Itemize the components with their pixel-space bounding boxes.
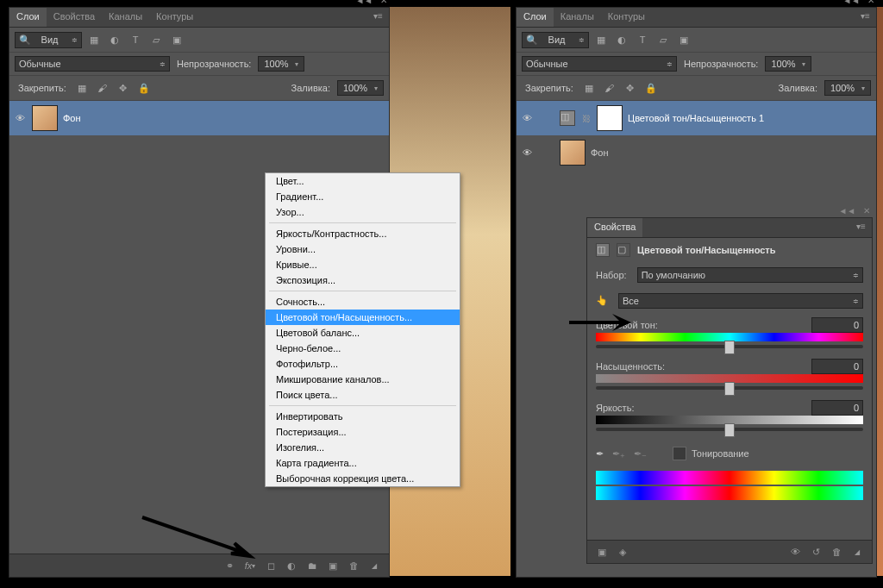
saturation-value-input[interactable]: 0 bbox=[811, 359, 863, 374]
lock-position-icon[interactable]: ✥ bbox=[115, 79, 132, 97]
layer-filter-dropdown[interactable]: 🔍Вид≑ bbox=[522, 32, 589, 48]
menu-item[interactable]: Инвертировать bbox=[266, 409, 460, 424]
menu-item[interactable]: Поиск цвета... bbox=[266, 387, 460, 403]
menu-item[interactable]: Экспозиция... bbox=[266, 272, 460, 288]
opacity-input[interactable]: 100%▾ bbox=[765, 56, 811, 72]
layer-row[interactable]: 👁 Фон bbox=[517, 135, 876, 170]
lock-all-icon[interactable]: 🔒 bbox=[642, 79, 660, 97]
eyedropper-plus-icon[interactable]: ✒₊ bbox=[612, 448, 625, 460]
tab-properties[interactable]: Свойства bbox=[587, 218, 642, 237]
panel-menu-icon[interactable]: ▾≡ bbox=[860, 10, 871, 22]
lock-pixels-icon[interactable]: 🖌 bbox=[94, 79, 111, 97]
menu-item-hue-saturation[interactable]: Цветовой тон/Насыщенность... bbox=[266, 310, 460, 325]
new-layer-icon[interactable]: ▣ bbox=[323, 556, 342, 575]
adjustment-thumb-icon: ◫ bbox=[560, 110, 575, 126]
layer-thumbnail[interactable] bbox=[560, 140, 586, 166]
filter-adjustment-icon[interactable]: ◐ bbox=[613, 31, 630, 48]
visibility-icon[interactable]: 👁 bbox=[520, 146, 534, 160]
menu-item[interactable]: Цветовой баланс... bbox=[266, 325, 460, 341]
filter-type-icon[interactable]: T bbox=[634, 31, 651, 48]
lock-pixels-icon[interactable]: 🖌 bbox=[601, 79, 618, 97]
menu-item[interactable]: Черно-белое... bbox=[266, 341, 460, 356]
tab-bar: Слои Свойства Каналы Контуры ▾≡ bbox=[9, 8, 389, 28]
channel-dropdown[interactable]: Все≑ bbox=[618, 293, 863, 309]
fill-input[interactable]: 100%▾ bbox=[337, 80, 384, 96]
tab-paths[interactable]: Контуры bbox=[601, 8, 652, 27]
lightness-slider[interactable] bbox=[596, 428, 863, 431]
reset-icon[interactable]: ↺ bbox=[806, 542, 825, 561]
menu-item[interactable]: Микширование каналов... bbox=[266, 372, 460, 387]
menu-item[interactable]: Цвет... bbox=[266, 173, 460, 189]
adjustment-context-menu: Цвет... Градиент... Узор... Яркость/Конт… bbox=[265, 172, 460, 487]
menu-item[interactable]: Выборочная коррекция цвета... bbox=[266, 471, 460, 486]
layer-row-adjustment[interactable]: 👁 ◫ ⛓ Цветовой тон/Насыщенность 1 bbox=[517, 101, 876, 135]
blend-mode-dropdown[interactable]: Обычные≑ bbox=[15, 56, 170, 72]
filter-image-icon[interactable]: ▦ bbox=[85, 31, 103, 48]
menu-item[interactable]: Сочность... bbox=[266, 294, 460, 310]
layer-name: Фон bbox=[63, 113, 81, 123]
slider-thumb[interactable] bbox=[724, 341, 735, 354]
blend-mode-dropdown[interactable]: Обычные≑ bbox=[522, 56, 677, 72]
tab-channels[interactable]: Каналы bbox=[102, 8, 149, 27]
adjustment-icon[interactable]: ◐ bbox=[282, 556, 301, 575]
filter-shape-icon[interactable]: ▱ bbox=[654, 31, 672, 48]
mask-icon[interactable]: ◻ bbox=[261, 556, 280, 575]
clip-icon[interactable]: ▣ bbox=[592, 542, 611, 561]
visibility-toggle-icon[interactable]: 👁 bbox=[786, 542, 805, 561]
filter-shape-icon[interactable]: ▱ bbox=[147, 31, 165, 48]
tab-properties[interactable]: Свойства bbox=[47, 8, 102, 27]
panel-menu-icon[interactable]: ▾≡ bbox=[855, 221, 867, 232]
hue-slider[interactable] bbox=[596, 345, 863, 348]
filter-adjustment-icon[interactable]: ◐ bbox=[106, 31, 123, 48]
lock-transparency-icon[interactable]: ▦ bbox=[73, 79, 91, 97]
panel-menu-icon[interactable]: ▾≡ bbox=[373, 10, 384, 22]
visibility-icon[interactable]: 👁 bbox=[13, 111, 27, 125]
delete-icon[interactable]: 🗑 bbox=[344, 556, 363, 575]
lock-position-icon[interactable]: ✥ bbox=[622, 79, 639, 97]
opacity-label: Непрозрачность: bbox=[173, 59, 254, 69]
menu-item[interactable]: Градиент... bbox=[266, 189, 460, 204]
filter-image-icon[interactable]: ▦ bbox=[592, 31, 610, 48]
menu-item[interactable]: Узор... bbox=[266, 204, 460, 220]
colorize-checkbox[interactable] bbox=[673, 447, 686, 460]
filter-type-icon[interactable]: T bbox=[127, 31, 144, 48]
tab-paths[interactable]: Контуры bbox=[149, 8, 200, 27]
preset-dropdown[interactable]: По умолчанию≑ bbox=[637, 267, 863, 283]
targeted-adjust-icon[interactable]: 👆 bbox=[596, 295, 608, 307]
menu-item[interactable]: Яркость/Контрастность... bbox=[266, 226, 460, 241]
layer-filter-dropdown[interactable]: 🔍Вид≑ bbox=[15, 32, 82, 48]
link-mask-icon[interactable]: ⛓ bbox=[580, 113, 592, 124]
lock-all-icon[interactable]: 🔒 bbox=[135, 79, 153, 97]
menu-item[interactable]: Постеризация... bbox=[266, 424, 460, 440]
mask-type-icon[interactable]: ▢ bbox=[617, 243, 630, 257]
opacity-input[interactable]: 100%▾ bbox=[258, 56, 304, 72]
tab-layers[interactable]: Слои bbox=[9, 8, 47, 27]
previous-icon[interactable]: ◈ bbox=[613, 542, 632, 561]
menu-item[interactable]: Кривые... bbox=[266, 257, 460, 272]
lock-transparency-icon[interactable]: ▦ bbox=[580, 79, 598, 97]
lightness-label: Яркость: bbox=[596, 403, 634, 413]
layer-row[interactable]: 👁 Фон bbox=[9, 101, 389, 135]
fill-input[interactable]: 100%▾ bbox=[824, 80, 871, 96]
filter-smart-icon[interactable]: ▣ bbox=[675, 31, 692, 48]
layer-mask-thumbnail[interactable] bbox=[597, 105, 623, 131]
tab-layers[interactable]: Слои bbox=[517, 8, 554, 27]
visibility-icon[interactable]: 👁 bbox=[520, 111, 534, 125]
adjustment-type-icon: ◫ bbox=[596, 243, 610, 257]
saturation-slider[interactable] bbox=[596, 386, 863, 390]
menu-item[interactable]: Карта градиента... bbox=[266, 455, 460, 471]
slider-thumb[interactable] bbox=[724, 382, 735, 396]
filter-smart-icon[interactable]: ▣ bbox=[168, 31, 185, 48]
menu-item[interactable]: Изогелия... bbox=[266, 440, 460, 455]
tab-channels[interactable]: Каналы bbox=[554, 8, 601, 27]
eyedropper-minus-icon[interactable]: ✒₋ bbox=[634, 448, 647, 460]
menu-item[interactable]: Уровни... bbox=[266, 241, 460, 257]
slider-thumb[interactable] bbox=[724, 423, 735, 437]
layer-thumbnail[interactable] bbox=[32, 105, 58, 131]
delete-adjustment-icon[interactable]: 🗑 bbox=[827, 542, 846, 561]
menu-item[interactable]: Фотофильтр... bbox=[266, 356, 460, 372]
lightness-value-input[interactable]: 0 bbox=[811, 400, 863, 416]
eyedropper-icon[interactable]: ✒ bbox=[596, 448, 604, 460]
hue-value-input[interactable]: 0 bbox=[811, 317, 863, 333]
folder-icon[interactable]: 🖿 bbox=[303, 556, 322, 575]
